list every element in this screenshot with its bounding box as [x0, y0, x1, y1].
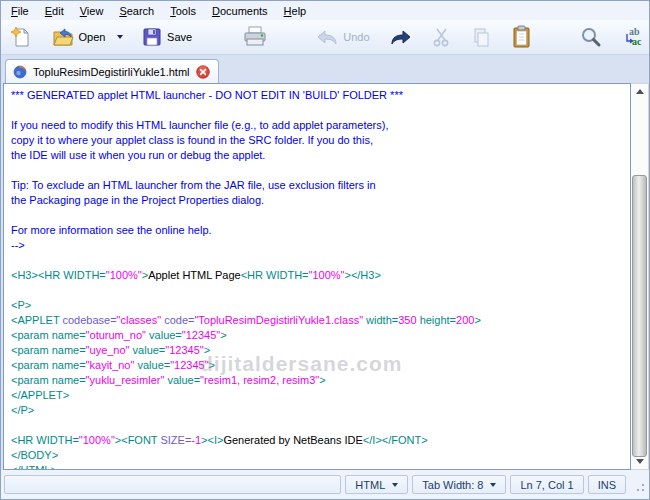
replace-button[interactable]: ab ac	[617, 23, 649, 51]
resize-grip[interactable]	[630, 477, 646, 493]
find-button[interactable]	[575, 23, 607, 51]
insert-mode-indicator: INS	[588, 475, 626, 494]
menu-item-documents[interactable]: Documents	[204, 3, 276, 19]
scrollbar-thumb[interactable]	[632, 175, 647, 457]
undo-button-label: Undo	[343, 31, 369, 43]
print-button[interactable]	[238, 23, 272, 51]
save-button[interactable]: Save	[137, 24, 198, 50]
replace-icon: ab ac	[621, 25, 645, 49]
menu-item-help[interactable]: Help	[276, 3, 315, 19]
code-line: If you need to modify this HTML launcher…	[11, 118, 630, 133]
code-line: <param name="uye_no" value="12345">	[11, 343, 630, 358]
tab-title: TopluResimDegistirliYukle1.html	[33, 66, 190, 78]
find-icon	[579, 25, 603, 49]
tab-width-selector[interactable]: Tab Width: 8	[412, 475, 506, 494]
code-line: copy it to where your applet class is fo…	[11, 133, 630, 148]
toolbar: Open Save	[1, 20, 649, 55]
menu-bar: FileEditViewSearchToolsDocumentsHelp	[1, 1, 649, 20]
new-document-icon	[9, 25, 33, 49]
code-line: -->	[11, 238, 630, 253]
code-line: the Packaging page in the Project Proper…	[11, 193, 630, 208]
code-line: <HR WIDTH="100%"><FONT SIZE=-1><I>Genera…	[11, 433, 630, 448]
cut-button[interactable]	[427, 24, 457, 50]
redo-button[interactable]	[385, 24, 417, 50]
copy-button[interactable]	[466, 24, 496, 50]
dropdown-arrow-icon	[117, 35, 123, 39]
code-line: <P>	[11, 298, 630, 313]
editor-area: *** GENERATED applet HTML launcher - DO …	[1, 83, 649, 470]
tab-bar: TopluResimDegistirliYukle1.html	[1, 55, 649, 83]
code-line: *** GENERATED applet HTML launcher - DO …	[11, 88, 630, 103]
code-line: </BODY>	[11, 448, 630, 463]
save-button-label: Save	[167, 31, 192, 43]
copy-icon	[470, 26, 492, 48]
svg-text:ac: ac	[632, 36, 642, 47]
menu-item-search[interactable]: Search	[111, 3, 162, 19]
status-bar: HTML Tab Width: 8 Ln 7, Col 1 INS	[1, 470, 649, 499]
close-icon[interactable]	[196, 65, 210, 79]
scroll-up-arrow-icon	[636, 89, 644, 94]
new-button[interactable]	[5, 23, 37, 51]
code-line	[11, 253, 630, 268]
cursor-position: Ln 7, Col 1	[510, 475, 583, 494]
text-view[interactable]: *** GENERATED applet HTML launcher - DO …	[3, 83, 631, 470]
language-label: HTML	[355, 479, 385, 491]
code-line: <param name="oturum_no" value="12345">	[11, 328, 630, 343]
paste-icon	[510, 25, 532, 49]
open-button-label: Open	[79, 31, 106, 43]
undo-icon	[315, 26, 339, 48]
cut-icon	[431, 26, 453, 48]
code-line	[11, 418, 630, 433]
code-line: Tip: To exclude an HTML launcher from th…	[11, 178, 630, 193]
html-file-icon	[13, 65, 27, 79]
chevron-down-icon	[490, 483, 496, 487]
open-folder-icon	[51, 25, 75, 49]
code-line: <APPLET codebase="classes" code="TopluRe…	[11, 313, 630, 328]
language-selector[interactable]: HTML	[345, 475, 408, 494]
print-icon	[242, 25, 268, 49]
code-line: <H3><HR WIDTH="100%">Applet HTML Page<HR…	[11, 268, 630, 283]
code-line: <param name="yuklu_resimler" value="resi…	[11, 373, 630, 388]
scrollbar-track[interactable]	[631, 99, 648, 454]
menu-item-tools[interactable]: Tools	[162, 3, 204, 19]
code-line: the IDE will use it when you run or debu…	[11, 148, 630, 163]
code-line: </P>	[11, 403, 630, 418]
vertical-scrollbar[interactable]	[631, 83, 649, 470]
code-area: *** GENERATED applet HTML launcher - DO …	[4, 84, 630, 469]
undo-button[interactable]: Undo	[311, 24, 375, 50]
menu-item-edit[interactable]: Edit	[37, 3, 72, 19]
code-line	[11, 103, 630, 118]
redo-icon	[389, 26, 413, 48]
chevron-down-icon	[392, 483, 398, 487]
open-button[interactable]: Open	[47, 23, 112, 51]
editor-tab[interactable]: TopluResimDegistirliYukle1.html	[5, 59, 219, 83]
code-line	[11, 283, 630, 298]
save-floppy-icon	[141, 26, 163, 48]
insert-mode-label: INS	[598, 479, 616, 491]
code-line: <param name="kayit_no" value="12345">	[11, 358, 630, 373]
gedit-window: FileEditViewSearchToolsDocumentsHelp	[0, 0, 650, 500]
paste-button[interactable]	[506, 23, 536, 51]
menu-item-view[interactable]: View	[72, 3, 112, 19]
menu-item-file[interactable]: File	[3, 3, 37, 19]
tab-width-label: Tab Width: 8	[422, 479, 483, 491]
code-line: </APPLET>	[11, 388, 630, 403]
code-line: For more information see the online help…	[11, 223, 630, 238]
scroll-down-arrow-icon	[636, 459, 644, 464]
cursor-position-label: Ln 7, Col 1	[520, 479, 573, 491]
scroll-up-button[interactable]	[631, 84, 648, 99]
status-message-area	[4, 475, 341, 494]
open-dropdown-button[interactable]	[111, 33, 127, 41]
code-line	[11, 208, 630, 223]
code-line: </HTML>	[11, 463, 630, 470]
code-line	[11, 163, 630, 178]
